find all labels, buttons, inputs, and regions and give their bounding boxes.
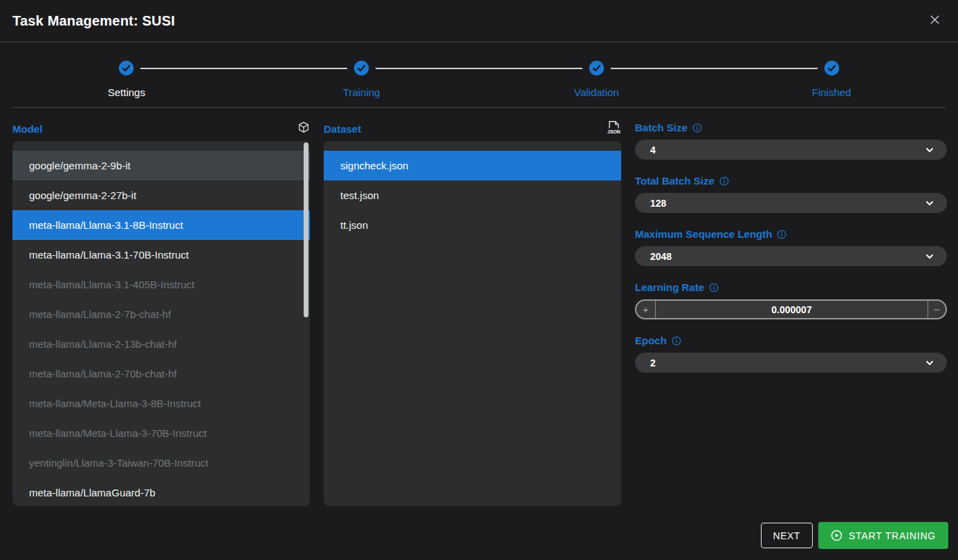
check-circle-icon: [824, 60, 840, 76]
learning-rate-stepper: +−: [635, 299, 947, 319]
epoch-field: Epoch2: [635, 335, 947, 373]
step-label: Validation: [479, 86, 715, 98]
model-item[interactable]: meta-llama/LlamaGuard-7b: [12, 478, 310, 506]
check-circle-icon: [353, 60, 369, 76]
maximum-sequence-length-value: 2048: [650, 251, 672, 262]
model-item[interactable]: meta-llama/Llama-3.1-70B-Instruct: [12, 240, 310, 270]
model-item[interactable]: meta-llama/Llama-3.1-8B-Instruct: [12, 210, 310, 240]
info-icon[interactable]: [672, 336, 681, 346]
next-button[interactable]: NEXT: [761, 523, 813, 548]
check-circle-icon: [589, 60, 605, 76]
training-parameters-form: Batch Size4Total Batch Size128Maximum Se…: [635, 122, 947, 506]
model-panel-header: Model: [12, 122, 310, 136]
dialog-footer: NEXT START TRAINING: [761, 522, 948, 549]
model-panel-label: Model: [12, 123, 42, 135]
step-validation: Validation: [479, 42, 715, 107]
dataset-item[interactable]: test.json: [324, 180, 621, 210]
dataset-item[interactable]: signcheck.json: [324, 151, 621, 180]
start-training-label: START TRAINING: [849, 530, 936, 541]
learning-rate-decrement-button[interactable]: −: [928, 301, 946, 318]
total-batch-size-select[interactable]: 128: [635, 193, 947, 213]
progress-stepper: SettingsTrainingValidationFinished: [0, 42, 958, 107]
maximum-sequence-length-select[interactable]: 2048: [635, 246, 947, 266]
dataset-panel-header: Dataset JSON: [324, 122, 621, 136]
start-training-button[interactable]: START TRAINING: [818, 522, 948, 549]
step-connector: [244, 68, 347, 69]
model-item: meta-llama/Llama-2-13b-chat-hf: [12, 329, 310, 359]
dialog-titlebar: Task Management: SUSI: [0, 0, 958, 42]
total-batch-size-field: Total Batch Size128: [635, 175, 947, 213]
batch-size-label: Batch Size: [635, 122, 688, 133]
learning-rate-input[interactable]: [656, 301, 928, 318]
chevron-down-icon: [925, 252, 934, 261]
dataset-panel-label: Dataset: [324, 123, 361, 135]
model-item[interactable]: google/gemma-2-9b-it: [12, 151, 310, 180]
chevron-down-icon: [925, 358, 934, 368]
close-button[interactable]: [925, 10, 944, 31]
epoch-select[interactable]: 2: [635, 353, 947, 373]
model-item: meta-llama/Llama-2-70b-chat-hf: [12, 359, 310, 389]
epoch-label: Epoch: [635, 335, 667, 346]
step-label: Finished: [714, 86, 949, 98]
step-connector: [376, 68, 479, 69]
model-item: yentinglin/Llama-3-Taiwan-70B-Instruct: [12, 448, 310, 478]
info-icon[interactable]: [777, 230, 786, 239]
model-item: meta-llama/Meta-Llama-3-70B-Instruct: [12, 418, 310, 448]
model-list: google/gemma-2-9b-itgoogle/gemma-2-27b-i…: [12, 141, 310, 506]
info-icon[interactable]: [692, 123, 702, 133]
batch-size-select[interactable]: 4: [635, 140, 947, 160]
play-circle-icon: [831, 530, 842, 541]
chevron-down-icon: [925, 145, 934, 155]
total-batch-size-label: Total Batch Size: [635, 175, 715, 187]
dialog-title: Task Management: SUSI: [12, 13, 175, 29]
step-connector: [611, 68, 714, 69]
model-item: meta-llama/Llama-2-7b-chat-hf: [12, 299, 310, 329]
learning-rate-field: Learning Rate+−: [635, 281, 947, 319]
dataset-item[interactable]: tt.json: [324, 210, 621, 240]
step-label: Training: [244, 86, 479, 98]
step-connector: [714, 68, 817, 69]
step-connector: [140, 68, 243, 69]
close-icon: [928, 13, 941, 28]
info-icon[interactable]: [709, 283, 719, 292]
batch-size-value: 4: [650, 144, 656, 156]
learning-rate-label: Learning Rate: [635, 281, 704, 293]
step-training: Training: [244, 42, 479, 107]
scrollbar-thumb[interactable]: [304, 142, 308, 317]
epoch-value: 2: [650, 357, 656, 368]
dataset-panel: Dataset JSON signcheck.jsontest.jsontt.j…: [324, 122, 621, 506]
model-item[interactable]: google/gemma-2-27b-it: [12, 180, 310, 210]
step-finished: Finished: [714, 42, 949, 107]
total-batch-size-value: 128: [650, 198, 666, 209]
chevron-down-icon: [925, 198, 934, 208]
json-file-icon: JSON: [606, 120, 621, 138]
model-item: meta-llama/Llama-3.1-405B-Instruct: [12, 270, 310, 299]
step-connector: [479, 68, 582, 69]
info-icon[interactable]: [719, 176, 729, 186]
learning-rate-increment-button[interactable]: +: [636, 301, 656, 318]
model-panel: Model google/gemma-2-9b-itgoogle/gemma-2…: [12, 122, 310, 506]
step-settings: Settings: [9, 42, 244, 107]
model-cube-icon: [297, 121, 310, 136]
dataset-list: signcheck.jsontest.jsontt.json: [324, 141, 621, 506]
maximum-sequence-length-label: Maximum Sequence Length: [635, 228, 772, 240]
check-circle-icon: [118, 60, 134, 76]
svg-text:JSON: JSON: [607, 129, 620, 134]
maximum-sequence-length-field: Maximum Sequence Length2048: [635, 228, 947, 266]
batch-size-field: Batch Size4: [635, 122, 947, 160]
model-item: meta-llama/Meta-Llama-3-8B-Instruct: [12, 389, 310, 418]
step-label: Settings: [9, 86, 244, 98]
settings-content: Model google/gemma-2-9b-itgoogle/gemma-2…: [0, 108, 958, 506]
